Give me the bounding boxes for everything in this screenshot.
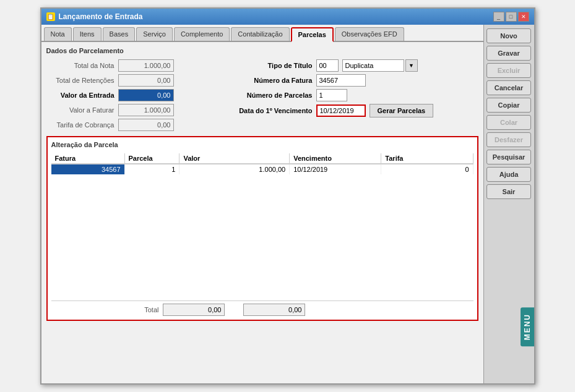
- maximize-button[interactable]: □: [506, 12, 517, 22]
- ajuda-button[interactable]: Ajuda: [486, 167, 531, 182]
- tarifa-cobranca-label: Tarifa de Cobrança: [46, 121, 115, 129]
- numero-parcelas-label: Número de Parcelas: [232, 92, 313, 99]
- tarifa-cobranca-input[interactable]: [118, 119, 174, 131]
- data-vencimento-label: Data do 1º Vencimento: [232, 107, 313, 114]
- novo-button[interactable]: Novo: [486, 28, 531, 43]
- total-row: Total: [51, 300, 473, 316]
- tipo-titulo-desc-input[interactable]: [342, 59, 404, 72]
- total-nota-row: Total da Nota: [46, 59, 220, 72]
- tipo-titulo-code-input[interactable]: [316, 59, 339, 72]
- col-vencimento: Vencimento: [290, 153, 381, 164]
- tab-observacoes[interactable]: Observações EFD: [335, 27, 404, 41]
- form-content: Dados do Parcelamento Total da Nota Tota…: [41, 42, 483, 383]
- table-header-row: Fatura Parcela Valor Vencimento Tarifa: [51, 153, 473, 164]
- right-column: Tipo de Título ▼ Número da Fatura: [232, 59, 478, 131]
- pesquisar-button[interactable]: Pesquisar: [486, 150, 531, 164]
- numero-parcelas-input[interactable]: [316, 89, 347, 101]
- cancelar-button[interactable]: Cancelar: [486, 80, 531, 95]
- data-vencimento-input[interactable]: [316, 104, 366, 117]
- copiar-button[interactable]: Copiar: [486, 98, 531, 113]
- valor-faturar-input[interactable]: [118, 104, 174, 116]
- tab-nota[interactable]: Nota: [44, 27, 72, 41]
- tab-servico[interactable]: Serviço: [136, 27, 173, 41]
- parcela-table: Fatura Parcela Valor Vencimento Tarifa 3…: [51, 153, 473, 174]
- data-vencimento-row: Data do 1º Vencimento Gerar Parcelas: [232, 104, 478, 117]
- parcela-section: Alteração da Parcela Fatura Parcela Valo…: [46, 136, 478, 321]
- tabs-bar: Nota Itens Bases Serviço Complemento Con…: [41, 25, 483, 42]
- tipo-titulo-row: Tipo de Título ▼: [232, 59, 478, 72]
- desfazer-button[interactable]: Desfazer: [486, 132, 531, 147]
- tarifa-cobranca-row: Tarifa de Cobrança: [46, 119, 220, 131]
- gravar-button[interactable]: Gravar: [486, 46, 531, 61]
- section-title: Dados do Parcelamento: [46, 47, 478, 54]
- main-window: 📋 Lançamento de Entrada _ □ ✕ Nota Itens…: [40, 7, 535, 385]
- numero-fatura-row: Número da Fatura: [232, 74, 478, 87]
- tab-complemento[interactable]: Complemento: [174, 27, 230, 41]
- gerar-parcelas-button[interactable]: Gerar Parcelas: [370, 104, 434, 117]
- left-column: Total da Nota Total de Retenções Valor d…: [46, 59, 220, 131]
- app-icon: 📋: [46, 12, 55, 21]
- total-retencoes-label: Total de Retenções: [46, 77, 115, 84]
- col-valor: Valor: [179, 153, 290, 164]
- tipo-titulo-dropdown-container: ▼: [342, 59, 418, 72]
- table-row[interactable]: 3456711.000,0010/12/20190: [51, 164, 473, 174]
- total-nota-input[interactable]: [118, 59, 174, 72]
- menu-tab[interactable]: MENU: [521, 307, 534, 346]
- valor-faturar-row: Valor a Faturar: [46, 104, 220, 116]
- minimize-button[interactable]: _: [493, 12, 504, 22]
- total-nota-label: Total da Nota: [46, 62, 115, 69]
- numero-parcelas-row: Número de Parcelas: [232, 89, 478, 101]
- sidebar: Novo Gravar Excluir Cancelar Copiar Cola…: [483, 25, 534, 383]
- total-retencoes-input[interactable]: [118, 74, 174, 87]
- title-bar: 📋 Lançamento de Entrada _ □ ✕: [41, 9, 534, 25]
- col-tarifa: Tarifa: [381, 153, 473, 164]
- col-fatura: Fatura: [51, 153, 125, 164]
- total-label: Total: [51, 306, 163, 313]
- main-area: Nota Itens Bases Serviço Complemento Con…: [41, 25, 483, 383]
- parcela-empty-area: [51, 174, 473, 298]
- two-columns-layout: Total da Nota Total de Retenções Valor d…: [46, 59, 478, 131]
- numero-fatura-input[interactable]: [316, 74, 366, 87]
- valor-entrada-label: Valor da Entrada: [46, 92, 115, 99]
- tab-bases[interactable]: Bases: [103, 27, 136, 41]
- total-valor-input[interactable]: [163, 304, 225, 316]
- total-retencoes-row: Total de Retenções: [46, 74, 220, 87]
- tab-contabilizacao[interactable]: Contabilização: [231, 27, 289, 41]
- tab-itens[interactable]: Itens: [73, 27, 102, 41]
- tipo-titulo-label: Tipo de Título: [232, 62, 313, 69]
- tab-parcelas[interactable]: Parcelas: [291, 27, 334, 42]
- total-tarifa-input[interactable]: [243, 304, 305, 316]
- window-controls: _ □ ✕: [493, 12, 529, 22]
- sair-button[interactable]: Sair: [486, 184, 531, 199]
- valor-entrada-input[interactable]: [118, 89, 174, 101]
- valor-faturar-label: Valor a Faturar: [46, 106, 115, 114]
- tipo-titulo-dropdown-btn[interactable]: ▼: [405, 59, 418, 72]
- parcela-section-title: Alteração da Parcela: [51, 141, 473, 148]
- numero-fatura-label: Número da Fatura: [232, 77, 313, 84]
- colar-button[interactable]: Colar: [486, 115, 531, 130]
- close-button[interactable]: ✕: [518, 12, 529, 22]
- col-parcela: Parcela: [124, 153, 179, 164]
- window-title: Lançamento de Entrada: [59, 12, 143, 21]
- excluir-button[interactable]: Excluir: [486, 63, 531, 78]
- valor-entrada-row: Valor da Entrada: [46, 89, 220, 101]
